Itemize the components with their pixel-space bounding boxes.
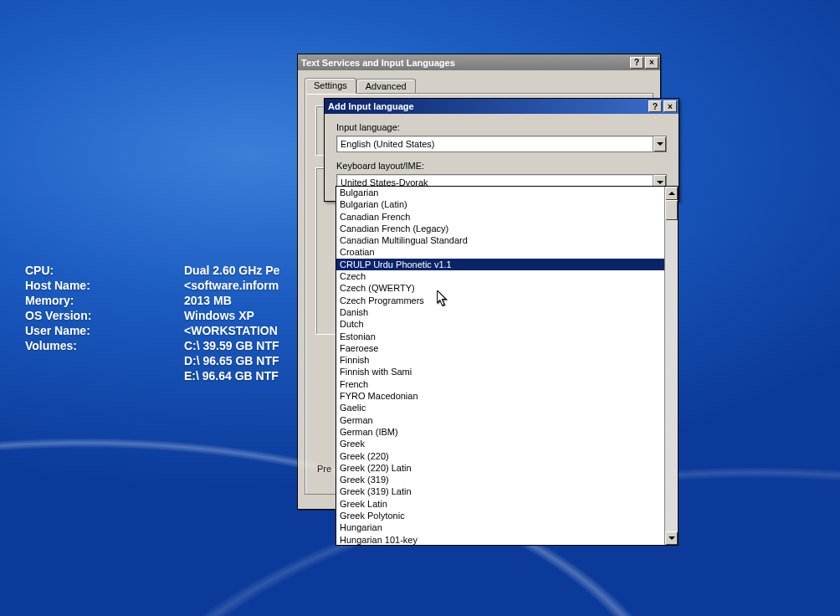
scroll-thumb[interactable] [665, 200, 678, 220]
add-input-titlebar[interactable]: Add Input language ? × [325, 99, 679, 114]
input-language-label: Input language: [336, 122, 667, 132]
dropdown-item[interactable]: Finnish [336, 354, 664, 366]
dropdown-item[interactable]: Estonian [336, 331, 664, 342]
dropdown-item[interactable]: FYRO Macedonian [336, 390, 664, 402]
dropdown-item[interactable]: Greek Polytonic [336, 510, 664, 521]
value-vol-c: C:\ 39.59 GB NTF [184, 339, 279, 352]
dropdown-item[interactable]: Greek (319) Latin [336, 485, 664, 497]
dropdown-scrollbar[interactable] [664, 187, 678, 545]
dropdown-item[interactable]: Finnish with Sami [336, 366, 664, 377]
help-button[interactable]: ? [630, 57, 643, 69]
add-input-title: Add Input language [328, 101, 647, 111]
value-vol-e: E:\ 96.64 GB NTF [184, 369, 279, 382]
label-volumes: Volumes: [25, 339, 184, 352]
input-language-value: English (United States) [341, 139, 435, 149]
inner-close-button[interactable]: × [663, 100, 677, 112]
dropdown-item[interactable]: Hungarian [336, 521, 664, 533]
dropdown-list[interactable]: BulgarianBulgarian (Latin)Canadian Frenc… [336, 187, 664, 545]
dropdown-item[interactable]: Greek Latin [336, 498, 664, 510]
scroll-up-button[interactable] [665, 187, 678, 200]
dropdown-item[interactable]: German [336, 414, 664, 426]
dropdown-item[interactable]: Czech [336, 270, 664, 282]
dropdown-item[interactable]: German (IBM) [336, 426, 664, 438]
keyboard-layout-dropdown[interactable]: BulgarianBulgarian (Latin)Canadian Frenc… [335, 186, 679, 546]
value-vol-d: D:\ 96.65 GB NTF [184, 354, 279, 367]
dropdown-item[interactable]: Canadian Multilingual Standard [336, 234, 664, 246]
dropdown-item[interactable]: Czech (QWERTY) [336, 282, 664, 294]
cursor-icon [437, 290, 448, 307]
input-language-combo[interactable]: English (United States) [336, 136, 667, 152]
desktop-system-info: CPU: Dual 2.60 GHz Pe Host Name: <softwa… [25, 264, 279, 382]
label-cpu: CPU: [25, 264, 184, 277]
label-memory: Memory: [25, 294, 184, 307]
dropdown-item[interactable]: CRULP Urdu Phonetic v1.1 [336, 259, 664, 270]
keyboard-layout-label: Keyboard layout/IME: [336, 161, 667, 171]
value-cpu: Dual 2.60 GHz Pe [184, 264, 279, 277]
dropdown-item[interactable]: Dutch [336, 318, 664, 330]
text-services-titlebar[interactable]: Text Services and Input Languages ? × [298, 54, 660, 70]
dropdown-item[interactable]: Greek [336, 438, 664, 449]
preferences-label: Pre [317, 462, 331, 474]
close-button[interactable]: × [645, 57, 658, 69]
label-os: OS Version: [25, 309, 184, 322]
dropdown-item[interactable]: Greek (319) [336, 474, 664, 485]
dropdown-item[interactable]: Czech Programmers [336, 295, 664, 306]
dropdown-item[interactable]: Greek (220) Latin [336, 462, 664, 474]
dropdown-item[interactable]: Greek (220) [336, 450, 664, 462]
label-user: User Name: [25, 324, 184, 337]
dropdown-item[interactable]: Gaelic [336, 402, 664, 413]
dropdown-item[interactable]: Danish [336, 306, 664, 318]
dropdown-item[interactable]: Canadian French (Legacy) [336, 223, 664, 234]
dropdown-item[interactable]: Canadian French [336, 211, 664, 223]
inner-help-button[interactable]: ? [648, 100, 662, 112]
tab-settings[interactable]: Settings [305, 78, 356, 94]
scroll-track[interactable] [665, 200, 678, 531]
value-host: <software.inform [184, 279, 279, 292]
dropdown-item[interactable]: Hungarian 101-key [336, 534, 664, 545]
tab-strip: Settings Advanced [305, 77, 653, 93]
dropdown-item[interactable]: Croatian [336, 246, 664, 258]
dropdown-item[interactable]: Bulgarian [336, 187, 664, 198]
value-os: Windows XP [184, 309, 279, 322]
dropdown-item[interactable]: French [336, 378, 664, 390]
label-host: Host Name: [25, 279, 184, 292]
dropdown-item[interactable]: Bulgarian (Latin) [336, 198, 664, 210]
dropdown-item[interactable]: Faeroese [336, 342, 664, 354]
tab-advanced[interactable]: Advanced [356, 79, 416, 94]
scroll-down-button[interactable] [665, 531, 678, 545]
value-user: <WORKSTATION [184, 324, 279, 337]
chevron-down-icon[interactable] [653, 136, 666, 151]
text-services-title: Text Services and Input Languages [301, 58, 628, 68]
value-memory: 2013 MB [184, 294, 279, 307]
